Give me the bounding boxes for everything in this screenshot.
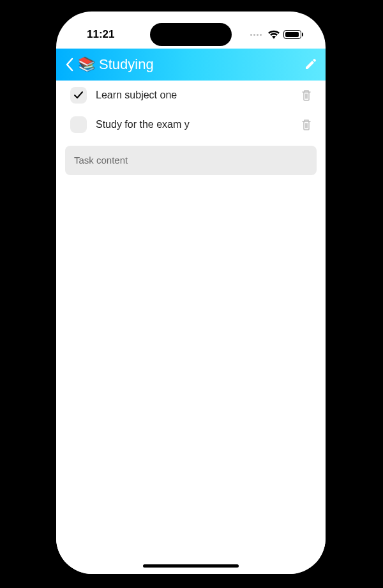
page-title: Studying [99, 56, 154, 73]
new-task-input-row [65, 146, 317, 175]
task-label: Learn subject one [96, 89, 292, 101]
delete-task-button[interactable] [301, 89, 312, 101]
status-right [250, 30, 301, 39]
wifi-icon [268, 30, 280, 39]
task-row: Learn subject one [56, 81, 326, 110]
new-task-input[interactable] [74, 155, 308, 166]
content: Learn subject one Study for the exam y [56, 81, 326, 574]
delete-task-button[interactable] [301, 119, 312, 130]
home-indicator[interactable] [143, 564, 239, 568]
edit-button[interactable] [304, 58, 317, 71]
cellular-dots-icon [250, 34, 262, 36]
notch [150, 23, 232, 46]
status-time: 11:21 [87, 28, 114, 41]
phone-frame: 11:21 📚 Stu [56, 12, 326, 574]
task-checkbox[interactable] [70, 116, 87, 133]
back-button[interactable] [65, 58, 74, 72]
task-row: Study for the exam y [56, 110, 326, 139]
task-label: Study for the exam y [96, 119, 292, 130]
task-checkbox[interactable] [70, 87, 87, 104]
books-icon: 📚 [78, 56, 95, 73]
battery-icon [283, 30, 301, 39]
topbar: 📚 Studying [56, 49, 326, 81]
